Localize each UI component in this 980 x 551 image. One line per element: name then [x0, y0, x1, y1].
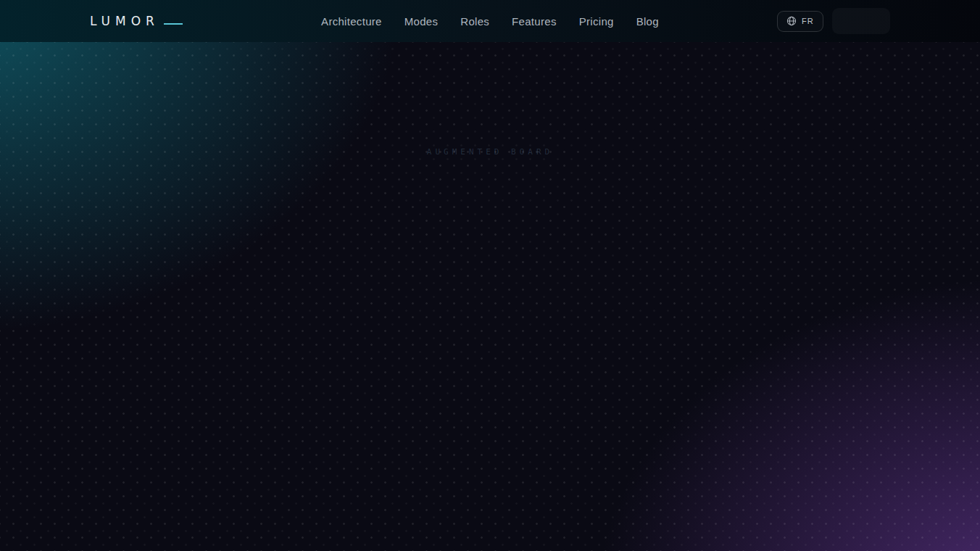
nav-item-architecture[interactable]: Architecture: [321, 15, 382, 28]
header-cta-button[interactable]: [832, 8, 890, 34]
nav-item-modes[interactable]: Modes: [404, 15, 439, 28]
hero-watermark: AUGMENTED BOARD: [0, 147, 980, 157]
header: LUMOR Architecture Modes Roles Features …: [0, 0, 980, 42]
hero-section: AUGMENTED BOARD: [0, 42, 980, 551]
brand-logo[interactable]: LUMOR: [90, 14, 228, 28]
nav-item-blog[interactable]: Blog: [636, 15, 659, 28]
language-button[interactable]: FR: [777, 11, 823, 32]
nav-item-roles[interactable]: Roles: [460, 15, 489, 28]
brand-name: LUMOR: [90, 14, 159, 28]
globe-icon: [786, 16, 797, 26]
header-actions: FR: [752, 8, 890, 34]
brand-dash-icon: [164, 23, 183, 25]
page: LUMOR Architecture Modes Roles Features …: [0, 0, 980, 551]
language-code: FR: [802, 17, 814, 25]
main-nav: Architecture Modes Roles Features Pricin…: [228, 15, 752, 28]
nav-item-features[interactable]: Features: [512, 15, 557, 28]
nav-item-pricing[interactable]: Pricing: [579, 15, 614, 28]
